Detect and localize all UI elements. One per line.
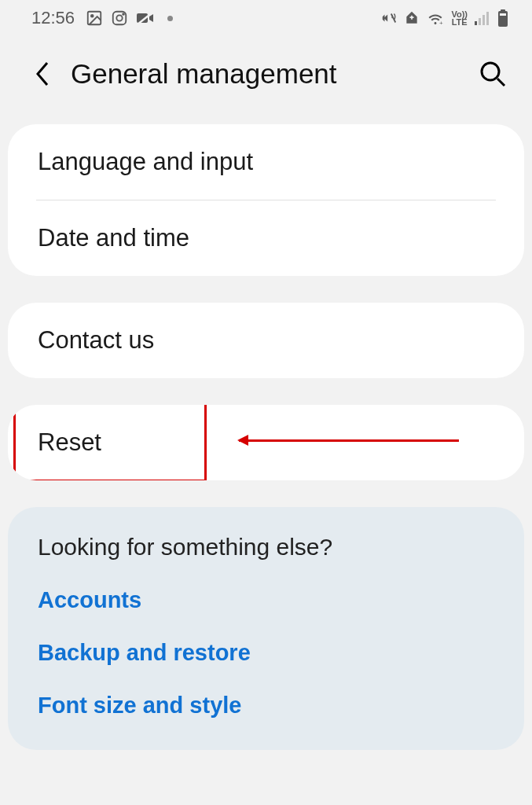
chevron-left-icon <box>33 60 52 88</box>
battery-icon <box>497 9 508 27</box>
more-indicator-icon <box>167 16 173 21</box>
svg-rect-10 <box>479 18 481 25</box>
page-title: General management <box>71 58 475 90</box>
settings-group-3: Reset <box>8 405 524 480</box>
suggestions-card: Looking for something else? Accounts Bac… <box>8 507 524 750</box>
suggestion-link-accounts[interactable]: Accounts <box>38 587 494 613</box>
svg-rect-12 <box>486 12 489 25</box>
suggestion-link-font[interactable]: Font size and style <box>38 693 494 719</box>
svg-point-4 <box>123 13 124 15</box>
svg-point-1 <box>91 15 94 17</box>
data-saver-icon <box>404 10 420 26</box>
suggestion-link-backup[interactable]: Backup and restore <box>38 640 494 666</box>
settings-group-1: Language and input Date and time <box>8 124 524 276</box>
date-and-time-row[interactable]: Date and time <box>8 200 524 276</box>
svg-rect-11 <box>482 15 485 25</box>
svg-text:+: + <box>439 20 443 26</box>
instagram-icon <box>111 9 128 27</box>
settings-group-2: Contact us <box>8 303 524 378</box>
status-left: 12:56 <box>31 8 173 28</box>
vibrate-icon <box>380 9 398 27</box>
gallery-icon <box>86 9 103 27</box>
signal-icon <box>474 10 491 26</box>
video-off-icon <box>136 10 155 26</box>
status-right: + Vo))LTE <box>380 9 508 27</box>
svg-line-17 <box>497 79 504 86</box>
search-button[interactable] <box>475 57 510 91</box>
status-time: 12:56 <box>31 8 75 28</box>
language-and-input-row[interactable]: Language and input <box>8 124 524 200</box>
status-bar: 12:56 + Vo))LTE <box>0 0 532 35</box>
wifi-icon: + <box>426 10 445 26</box>
svg-point-16 <box>482 63 499 80</box>
search-icon <box>479 60 507 88</box>
svg-point-3 <box>116 15 122 20</box>
reset-row[interactable]: Reset <box>8 405 524 480</box>
back-button[interactable] <box>28 55 57 93</box>
header: General management <box>0 35 532 124</box>
svg-rect-15 <box>500 13 506 16</box>
svg-rect-9 <box>475 21 477 25</box>
contact-us-row[interactable]: Contact us <box>8 303 524 378</box>
volte-icon: Vo))LTE <box>451 10 468 26</box>
suggestions-title: Looking for something else? <box>38 534 494 561</box>
